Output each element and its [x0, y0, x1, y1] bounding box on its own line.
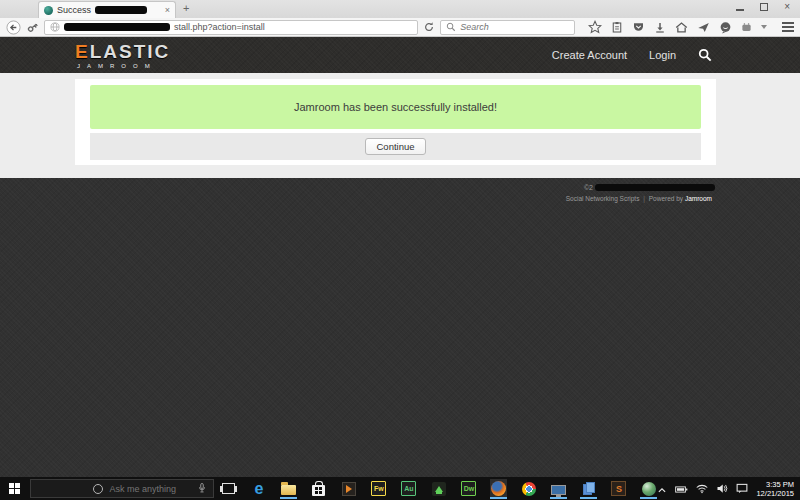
- windows-taskbar: e Fw Au Dw S: [0, 477, 800, 500]
- notes-app-icon[interactable]: [580, 479, 597, 498]
- elastic-jamroom-logo[interactable]: ELASTIC JAMROOM: [75, 42, 170, 69]
- downloads-icon[interactable]: [654, 21, 666, 34]
- credit-divider: |: [643, 195, 645, 202]
- addon-icon[interactable]: [741, 22, 752, 33]
- redaction-bar: [64, 23, 170, 31]
- media-player-icon[interactable]: [340, 479, 357, 498]
- credit-powered-text: Powered by: [649, 195, 683, 202]
- login-link[interactable]: Login: [649, 49, 676, 61]
- url-text: stall.php?action=install: [174, 22, 265, 32]
- browser-tab[interactable]: Success ×: [38, 1, 176, 18]
- tab-title: Success: [57, 5, 91, 15]
- microphone-icon[interactable]: [197, 482, 207, 495]
- audition-icon[interactable]: Au: [400, 479, 417, 498]
- action-center-icon[interactable]: [736, 480, 748, 498]
- copyright-text: ©2: [584, 184, 593, 191]
- continue-button[interactable]: Continue: [365, 138, 425, 155]
- edge-icon[interactable]: e: [250, 479, 267, 498]
- search-box[interactable]: [440, 20, 575, 35]
- window-restore-button[interactable]: [760, 3, 768, 11]
- bookmark-star-icon[interactable]: [588, 20, 602, 34]
- browser-tab-strip: Success × + ×: [0, 0, 800, 18]
- site-search-icon[interactable]: [698, 48, 712, 62]
- tab-close-icon[interactable]: ×: [165, 5, 170, 15]
- clock-time: 3:35 PM: [756, 480, 794, 489]
- site-favicon-icon: [44, 6, 53, 15]
- tray-chevron-icon[interactable]: [657, 480, 667, 498]
- dreamweaver-icon[interactable]: Dw: [460, 479, 477, 498]
- home-icon[interactable]: [675, 21, 688, 34]
- fireworks-icon[interactable]: Fw: [370, 479, 387, 498]
- taskbar-clock[interactable]: 3:35 PM 12/21/2015: [756, 480, 796, 498]
- screen: Success × + × stall.php?action=install: [0, 0, 800, 500]
- url-bar[interactable]: stall.php?action=install: [44, 20, 418, 35]
- logo-rest: LASTIC: [90, 41, 171, 62]
- cortana-search-box[interactable]: [30, 479, 214, 498]
- logo-subtext: JAMROOM: [77, 63, 170, 69]
- windows-store-icon[interactable]: [310, 479, 327, 498]
- clock-date: 12/21/2015: [756, 489, 794, 498]
- system-tray: 3:35 PM 12/21/2015: [657, 477, 800, 500]
- bookmarks-clipboard-icon[interactable]: [611, 21, 623, 34]
- chevron-down-icon[interactable]: [761, 25, 767, 29]
- site-header: ELASTIC JAMROOM Create Account Login: [0, 37, 800, 73]
- search-input[interactable]: [460, 22, 560, 32]
- window-close-button[interactable]: ×: [784, 2, 790, 12]
- reload-icon[interactable]: [423, 21, 435, 33]
- site-footer: ©2 Social Networking Scripts | Powered b…: [0, 178, 800, 477]
- copyright-row: ©2: [584, 184, 715, 191]
- credit-scripts-link[interactable]: Social Networking Scripts: [566, 195, 640, 202]
- start-button[interactable]: [0, 477, 28, 500]
- credit-jamroom-link[interactable]: Jamroom: [685, 195, 712, 202]
- homesite-icon[interactable]: S: [610, 479, 627, 498]
- button-row: Continue: [90, 133, 701, 160]
- header-nav: Create Account Login: [552, 48, 712, 62]
- chrome-icon[interactable]: [520, 479, 537, 498]
- window-controls: ×: [736, 2, 790, 12]
- firefox-icon[interactable]: [490, 479, 507, 498]
- menu-icon[interactable]: [782, 22, 794, 32]
- window-minimize-button[interactable]: [736, 9, 744, 11]
- page-body: Jamroom has been successfully installed!…: [0, 73, 800, 178]
- content-card: Jamroom has been successfully installed!…: [75, 79, 716, 165]
- browser-toolbar: stall.php?action=install: [0, 18, 800, 37]
- footer-credits: Social Networking Scripts | Powered by J…: [566, 195, 712, 202]
- success-message: Jamroom has been successfully installed!: [294, 101, 497, 113]
- redaction-bar: [595, 184, 715, 191]
- share-plane-icon[interactable]: [697, 21, 710, 34]
- back-icon[interactable]: [6, 20, 21, 35]
- remote-desktop-icon[interactable]: [550, 479, 567, 498]
- redaction-bar: [95, 6, 147, 14]
- file-explorer-icon[interactable]: [280, 479, 297, 498]
- task-view-icon[interactable]: [220, 479, 237, 498]
- volume-icon[interactable]: [716, 480, 728, 498]
- hello-chat-icon[interactable]: [719, 21, 732, 34]
- pocket-icon[interactable]: [632, 21, 645, 33]
- logo-accent-letter: E: [75, 41, 90, 62]
- cortana-input[interactable]: [109, 484, 191, 494]
- windows-logo-icon: [9, 483, 20, 494]
- taskbar-apps: e Fw Au Dw S: [220, 477, 657, 500]
- search-icon: [446, 22, 456, 32]
- cortana-icon: [93, 484, 103, 494]
- logo-text: ELASTIC: [75, 42, 170, 61]
- wifi-icon[interactable]: [696, 480, 708, 498]
- success-alert: Jamroom has been successfully installed!: [90, 85, 701, 129]
- site-identity-icon[interactable]: [50, 22, 60, 32]
- upload-app-icon[interactable]: [430, 479, 447, 498]
- key-icon[interactable]: [26, 21, 39, 34]
- globe-app-icon[interactable]: [640, 479, 657, 498]
- toolbar-buttons: [588, 20, 794, 34]
- new-tab-button[interactable]: +: [183, 2, 189, 14]
- create-account-link[interactable]: Create Account: [552, 49, 627, 61]
- battery-icon[interactable]: [675, 480, 688, 498]
